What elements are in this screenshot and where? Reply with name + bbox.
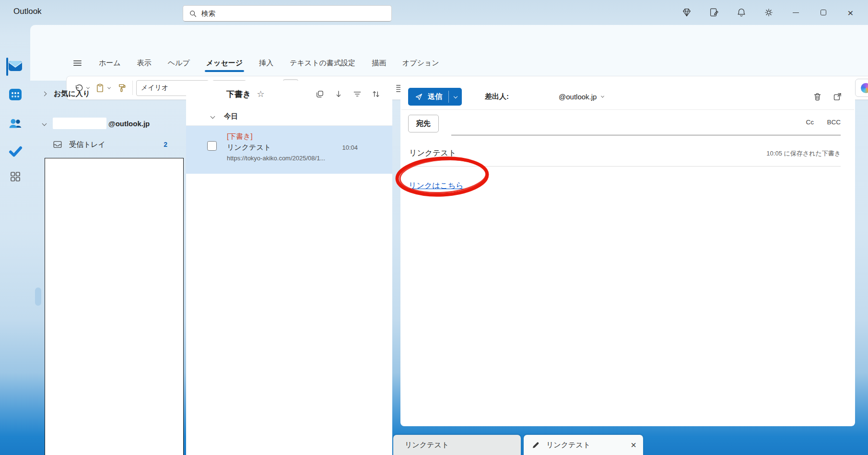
to-button[interactable]: 宛先 xyxy=(408,115,439,132)
app-title: Outlook xyxy=(13,7,42,16)
feedback-icon[interactable] xyxy=(700,2,727,23)
tab-home[interactable]: ホーム xyxy=(99,59,121,68)
autosave-status: 10:05 に保存された下書き xyxy=(766,149,841,158)
close-button[interactable]: × xyxy=(837,2,864,23)
todo-check-icon[interactable] xyxy=(7,143,24,160)
search-input[interactable]: 検索 xyxy=(183,5,392,22)
tab-view[interactable]: 表示 xyxy=(137,59,152,68)
minimize-button[interactable] xyxy=(782,2,809,23)
copilot-button[interactable] xyxy=(855,79,868,97)
message-list-item-selected[interactable]: [下書き] リンクテスト 10:04 https://tokyo-akiko.c… xyxy=(186,126,392,174)
compose-header: 送信 差出人: @outlook.jp xyxy=(400,81,855,109)
favorites-label: お気に入り xyxy=(54,89,90,98)
pencil-icon xyxy=(531,441,540,449)
group-label: 今日 xyxy=(224,112,238,121)
search-placeholder: 検索 xyxy=(201,9,215,18)
body-hyperlink[interactable]: リンクはこちら xyxy=(409,181,464,190)
folder-title: 下書き xyxy=(226,89,251,100)
message-checkbox[interactable] xyxy=(207,141,217,151)
send-button[interactable]: 送信 xyxy=(408,88,448,106)
account-email-label: @outlook.jp xyxy=(108,120,150,128)
from-address-select[interactable]: @outlook.jp xyxy=(559,93,597,101)
docked-draft-label: リンクテスト xyxy=(405,441,449,450)
tab-help[interactable]: ヘルプ xyxy=(168,59,190,68)
copilot-icon xyxy=(861,83,868,93)
people-icon[interactable] xyxy=(7,115,24,132)
message-body-editor[interactable]: リンクはこちら xyxy=(400,167,855,191)
hamburger-menu-icon[interactable] xyxy=(72,58,82,68)
favorites-section[interactable]: お気に入り xyxy=(36,84,185,103)
ribbon-band: ホーム 表示 ヘルプ メッセージ 挿入 テキストの書式設定 描画 オプション xyxy=(30,25,868,81)
send-plane-icon xyxy=(414,92,423,101)
date-group-header[interactable]: 今日 xyxy=(186,108,392,126)
draft-tag: [下書き] xyxy=(227,131,358,142)
to-input[interactable] xyxy=(451,135,841,135)
tab-text-format[interactable]: テキストの書式設定 xyxy=(290,59,355,68)
apps-grid-icon[interactable] xyxy=(7,168,24,185)
bcc-button[interactable]: BCC xyxy=(827,119,841,126)
app-rail xyxy=(0,25,30,455)
chevron-down-icon xyxy=(601,94,604,97)
tab-draw[interactable]: 描画 xyxy=(372,59,386,68)
tab-insert[interactable]: 挿入 xyxy=(259,59,273,68)
send-split-button[interactable]: 送信 xyxy=(408,88,462,106)
sidebar-item-inbox[interactable]: 受信トレイ 2 xyxy=(36,135,185,154)
account-name-redaction xyxy=(53,118,106,129)
message-subject: リンクテスト xyxy=(227,142,271,153)
pane-scrollbar-thumb[interactable] xyxy=(35,287,41,306)
compose-pane: 送信 差出人: @outlook.jp 宛先 Cc BCC xyxy=(400,81,855,426)
close-draft-icon[interactable]: × xyxy=(631,440,636,450)
from-address-value: @outlook.jp xyxy=(559,93,597,101)
from-label: 差出人: xyxy=(485,92,509,101)
docked-draft-chip[interactable]: リンクテスト xyxy=(393,435,521,455)
select-messages-icon[interactable] xyxy=(315,89,325,99)
chevron-right-icon xyxy=(42,91,47,96)
premium-diamond-icon[interactable] xyxy=(673,2,700,23)
message-preview: https://tokyo-akiko.com/2025/08/1... xyxy=(227,153,358,164)
star-icon[interactable]: ☆ xyxy=(257,89,264,99)
open-in-new-window-icon[interactable] xyxy=(833,92,843,102)
calendar-icon[interactable] xyxy=(7,86,24,103)
recipients-row: 宛先 Cc BCC xyxy=(408,114,841,138)
account-section[interactable]: @outlook.jp xyxy=(36,114,185,132)
sort-icon[interactable] xyxy=(371,89,381,99)
tab-options[interactable]: オプション xyxy=(402,59,439,68)
message-list-pane: 下書き ☆ 今日 [下書き] リンクテスト xyxy=(186,81,392,455)
ribbon-tabs: ホーム 表示 ヘルプ メッセージ 挿入 テキストの書式設定 描画 オプション xyxy=(72,55,439,71)
cc-button[interactable]: Cc xyxy=(806,119,814,126)
maximize-button[interactable] xyxy=(809,2,837,23)
filter-icon[interactable] xyxy=(352,89,362,99)
search-icon xyxy=(189,10,197,18)
bell-icon[interactable] xyxy=(727,2,755,23)
folder-list-redaction xyxy=(45,158,184,455)
gear-icon[interactable] xyxy=(755,2,782,23)
inbox-label: 受信トレイ xyxy=(69,140,106,149)
tab-message[interactable]: メッセージ xyxy=(206,59,243,68)
message-list-header: 下書き ☆ xyxy=(186,81,392,108)
chevron-down-icon xyxy=(42,121,47,126)
active-draft-label: リンクテスト xyxy=(546,441,590,450)
inbox-unread-count: 2 xyxy=(164,141,167,148)
folder-pane: お気に入り @outlook.jp 受信トレイ 2 xyxy=(36,84,185,455)
message-time: 10:04 xyxy=(342,144,358,151)
mail-icon[interactable] xyxy=(7,58,24,75)
subject-row: リンクテスト 10:05 に保存された下書き xyxy=(408,140,841,167)
move-down-icon[interactable] xyxy=(334,89,343,99)
subject-input[interactable]: リンクテスト xyxy=(409,148,456,158)
inbox-icon xyxy=(52,139,63,150)
active-draft-chip[interactable]: リンクテスト × xyxy=(524,435,643,455)
divider xyxy=(401,109,854,110)
send-label: 送信 xyxy=(428,92,442,101)
discard-trash-icon[interactable] xyxy=(812,92,822,102)
send-options-caret[interactable] xyxy=(449,88,462,106)
chevron-down-icon xyxy=(211,114,215,119)
title-bar: Outlook 検索 xyxy=(0,0,868,25)
